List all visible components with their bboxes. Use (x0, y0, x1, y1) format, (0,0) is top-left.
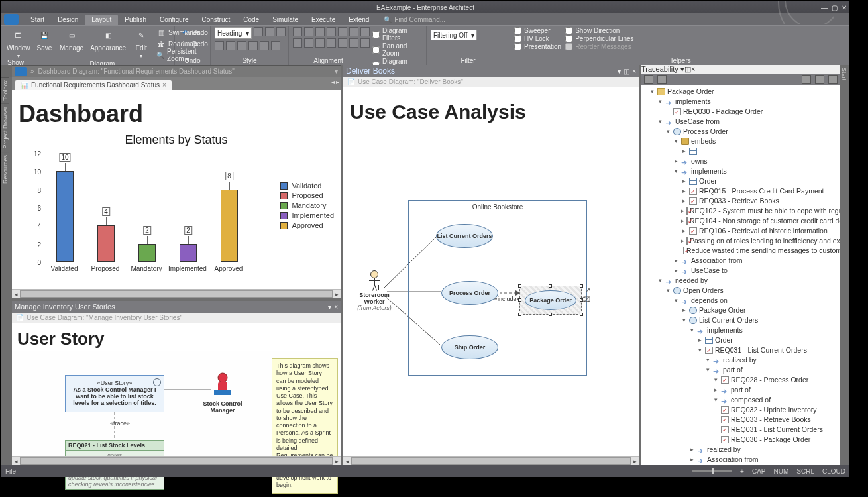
svg-rect-5 (214, 390, 231, 395)
tree-row[interactable]: ▸➜Association from (643, 256, 839, 266)
menu-execute[interactable]: Execute (305, 15, 342, 25)
tree-row[interactable]: ▸➜Association from (643, 455, 839, 465)
bar-chart: 024681012 104228 ValidatedProposedMandat… (16, 152, 337, 276)
style-combo[interactable]: Heading▾ (215, 27, 252, 39)
h-scrollbar[interactable]: ◂▸ (12, 456, 341, 465)
tree-row[interactable]: ▾➜implements (643, 97, 839, 107)
tree-row[interactable]: ▸REQ106 - Retrieval of historic informat… (643, 226, 839, 236)
tree-row[interactable]: ▸Package Order (643, 305, 839, 315)
uc-ship-order[interactable]: Ship Order (441, 335, 498, 359)
tree-row[interactable]: ▾REQ031 - List Current Orders (643, 345, 839, 355)
save-button[interactable]: 💾Save (34, 27, 54, 52)
menu-extend[interactable]: Extend (342, 15, 376, 25)
uc-list-orders[interactable]: List Current Orders (436, 224, 493, 248)
tree-row[interactable]: ▾➜needed by (643, 276, 839, 286)
diagram-filters[interactable]: Diagram Filters (372, 27, 422, 42)
redo-button[interactable]: ↷Redo (179, 38, 209, 49)
tree-row[interactable]: REQ031 - List Current Orders (643, 425, 839, 435)
tree-row[interactable]: ▾➜composed of (643, 395, 839, 405)
tree-row[interactable]: ▾REQ028 - Process Order (643, 375, 839, 385)
tree-row[interactable]: ▾Package Order (643, 87, 839, 97)
zoom-out-icon[interactable]: — (678, 468, 684, 475)
tree-row[interactable]: ▾➜part of (643, 365, 839, 375)
edit-button[interactable]: ✎Edit▾ (131, 27, 151, 59)
minimize-icon[interactable]: — (821, 4, 828, 11)
tree-row[interactable]: ▸REQ102 - System must be able to cope wi… (643, 206, 839, 216)
maximize-icon[interactable]: ▢ (832, 4, 838, 11)
deliver-header[interactable]: Deliver Books ▾◫× (343, 65, 639, 77)
inventory-header[interactable]: Manage Inventory User Stories ▾× (12, 301, 341, 313)
menu-simulate[interactable]: Simulate (266, 15, 305, 25)
menu-code[interactable]: Code (237, 15, 266, 25)
pan-zoom[interactable]: Pan and Zoom (372, 42, 422, 57)
uc-process-order[interactable]: Process Order (441, 281, 498, 305)
tree-row[interactable]: REQ033 - Retrieve Books (643, 415, 839, 425)
tree-row[interactable]: ▾embeds (643, 137, 839, 146)
close-icon[interactable]: ✕ (841, 4, 847, 11)
tree-row[interactable]: ▸REQ033 - Retrieve Books (643, 196, 839, 206)
trace-header[interactable]: Traceability ▾◫× (641, 65, 840, 74)
h-scrollbar[interactable]: ◂▸ (343, 456, 639, 465)
menu-configure[interactable]: Configure (153, 15, 195, 25)
home-icon[interactable] (15, 67, 27, 76)
tree-row[interactable]: ▾➜realized by (643, 355, 839, 365)
actor-persona[interactable]: Stock Control Manager (203, 372, 243, 414)
trace-tree[interactable]: ▾Package Order▾➜implementsREQ030 - Packa… (641, 85, 840, 465)
tree-row[interactable]: ▾➜implements (643, 325, 839, 335)
uc-package-order-selected[interactable]: Package Order ↗ ⌫ (519, 286, 582, 315)
tree-row[interactable]: Reduce wasted time sending messages to c… (643, 246, 839, 256)
svg-point-3 (218, 373, 227, 382)
delete-icon[interactable]: ⌫ (581, 296, 590, 303)
search-icon: 🔍 (384, 16, 392, 23)
appearance-button[interactable]: ◧Appearance (89, 27, 127, 52)
menu-construct[interactable]: Construct (195, 15, 237, 25)
menu-start[interactable]: Start (24, 15, 51, 25)
tree-row[interactable]: ▾List Current Orders (643, 315, 839, 325)
tree-row[interactable]: ▾Open Orders (643, 286, 839, 296)
menu-design[interactable]: Design (51, 15, 85, 25)
user-story-canvas[interactable]: «User Story» As a Stock Control Manager … (12, 351, 341, 456)
crumb-menu-icon[interactable]: ▾ (335, 68, 338, 75)
tree-row[interactable]: REQ030 - Package Order (643, 435, 839, 445)
tab-dashboard[interactable]: 📊 Functional Requirements Dashboard Stat… (15, 80, 172, 90)
zoom-in-icon[interactable]: + (740, 468, 744, 475)
manage-button[interactable]: ▭Manage (58, 27, 85, 52)
user-story-element[interactable]: «User Story» As a Stock Control Manager … (65, 375, 164, 412)
tree-row[interactable]: ▾Process Order (643, 127, 839, 137)
h-scrollbar[interactable]: ◂▸ (12, 289, 341, 298)
undo-button[interactable]: ↶Undo (179, 27, 209, 38)
tree-row[interactable]: ▸Order (643, 176, 839, 186)
tab-resources[interactable]: Resources (1, 152, 9, 186)
menu-layout[interactable]: Layout (85, 15, 118, 25)
tab-toolbox[interactable]: Toolbox (1, 77, 9, 103)
tree-row[interactable]: ▸➜owns (643, 156, 839, 166)
tree-row[interactable]: ▸Order (643, 335, 839, 345)
actor-storeroom[interactable]: Storeroom Worker (from Actors) (351, 270, 398, 311)
app-title: EAExample - Enterprise Architect (376, 4, 474, 11)
filter-combo[interactable]: Filtering Off▾ (431, 30, 477, 40)
tree-row[interactable]: ▾➜depends on (643, 296, 839, 305)
tree-row[interactable]: ▸➜UseCase to (643, 266, 839, 276)
tab-start[interactable]: Start (840, 65, 848, 83)
quicklink-icon[interactable]: ↗ (585, 286, 590, 294)
usecase-canvas[interactable]: Storeroom Worker (from Actors) Online Bo… (343, 129, 639, 456)
tree-row[interactable]: REQ030 - Package Order (643, 107, 839, 117)
tree-row[interactable]: ▸Passing on of roles leading to ineffici… (643, 236, 839, 246)
tab-close-icon[interactable]: × (162, 82, 166, 89)
tree-row[interactable]: ▸ (643, 146, 839, 156)
tree-row[interactable]: ▾➜implements (643, 166, 839, 176)
window-button[interactable]: 🗔Window▾ (5, 27, 32, 59)
tree-row[interactable]: ▾➜UseCase from (643, 117, 839, 127)
tree-row[interactable]: ▸REQ104 - Non storage of customer credit… (643, 216, 839, 226)
bar-proposed (97, 225, 115, 262)
tree-row[interactable]: REQ032 - Update Inventory (643, 405, 839, 415)
find-command[interactable]: 🔍 Find Command... (384, 16, 445, 23)
tab-project-browser[interactable]: Project Browser (1, 103, 9, 152)
tree-row[interactable]: ▸REQ015 - Process Credit Card Payment (643, 186, 839, 196)
tree-row[interactable]: ▸➜realized by (643, 445, 839, 455)
tree-row[interactable]: ▸➜part of (643, 385, 839, 395)
dashboard-canvas[interactable]: Dashboard Elements by Status 024681012 1… (12, 90, 341, 289)
dashboard-tabstrip: 📊 Functional Requirements Dashboard Stat… (12, 77, 341, 90)
ea-icon[interactable] (4, 14, 19, 25)
menu-publish[interactable]: Publish (118, 15, 153, 25)
